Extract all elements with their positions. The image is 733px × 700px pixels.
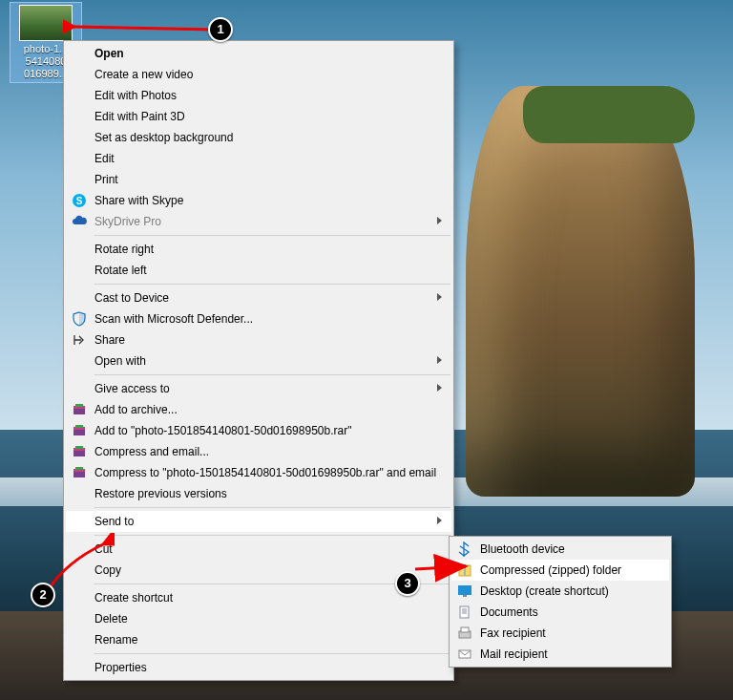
menu-skydrive-pro[interactable]: SkyDrive Pro: [66, 211, 451, 232]
winrar-icon: [72, 423, 87, 438]
winrar-icon: [72, 402, 87, 417]
separator: [94, 535, 450, 536]
menu-set-background[interactable]: Set as desktop background: [66, 127, 451, 148]
menu-open[interactable]: Open: [66, 43, 451, 64]
menu-cast-to-device[interactable]: Cast to Device: [66, 287, 451, 308]
desktop-icon: [457, 583, 472, 599]
menu-rotate-left[interactable]: Rotate left: [66, 260, 451, 281]
menu-send-to[interactable]: Send to: [66, 511, 451, 532]
menu-share[interactable]: Share: [66, 329, 451, 350]
svg-rect-23: [461, 627, 469, 632]
menu-compress-to-named-and-email[interactable]: Compress to "photo-1501854140801-50d0169…: [66, 462, 451, 483]
menu-edit-photos[interactable]: Edit with Photos: [66, 85, 451, 106]
menu-edit[interactable]: Edit: [66, 148, 451, 169]
menu-create-video[interactable]: Create a new video: [66, 64, 451, 85]
file-thumbnail: [19, 5, 73, 41]
mail-icon: [457, 647, 472, 662]
shield-icon: [72, 311, 87, 327]
menu-share-skype[interactable]: S Share with Skype: [66, 190, 451, 211]
skype-icon: S: [72, 193, 87, 208]
fax-icon: [457, 626, 472, 641]
separator: [94, 653, 450, 654]
menu-give-access-to[interactable]: Give access to: [66, 378, 451, 399]
svg-rect-15: [464, 565, 466, 576]
annotation-badge-3: 3: [395, 571, 420, 596]
menu-edit-paint3d[interactable]: Edit with Paint 3D: [66, 106, 451, 127]
chevron-right-icon: [437, 517, 442, 524]
svg-rect-10: [75, 446, 83, 449]
menu-compress-and-email[interactable]: Compress and email...: [66, 441, 451, 462]
separator: [94, 374, 450, 375]
chevron-right-icon: [437, 356, 442, 364]
chevron-right-icon: [437, 384, 442, 392]
menu-rename[interactable]: Rename: [66, 629, 451, 650]
submenu-bluetooth[interactable]: Bluetooth device: [451, 539, 669, 560]
wallpaper-cliff: [466, 86, 695, 497]
menu-restore-previous-versions[interactable]: Restore previous versions: [66, 483, 451, 504]
chevron-right-icon: [437, 293, 442, 301]
svg-rect-16: [458, 585, 471, 595]
menu-add-to-archive[interactable]: Add to archive...: [66, 399, 451, 420]
menu-rotate-right[interactable]: Rotate right: [66, 239, 451, 260]
zip-folder-icon: [457, 562, 472, 578]
annotation-badge-2: 2: [31, 583, 55, 607]
winrar-icon: [72, 465, 87, 480]
submenu-desktop-shortcut[interactable]: Desktop (create shortcut): [451, 581, 669, 602]
svg-rect-13: [75, 467, 83, 470]
submenu-mail-recipient[interactable]: Mail recipient: [451, 644, 669, 665]
separator: [94, 235, 450, 236]
menu-add-to-named-rar[interactable]: Add to "photo-1501854140801-50d01698950b…: [66, 420, 451, 441]
menu-properties[interactable]: Properties: [66, 657, 451, 678]
bluetooth-icon: [457, 541, 472, 557]
separator: [94, 284, 450, 285]
winrar-icon: [72, 444, 87, 459]
menu-open-with[interactable]: Open with: [66, 350, 451, 371]
submenu-fax-recipient[interactable]: Fax recipient: [451, 623, 669, 644]
menu-scan-defender[interactable]: Scan with Microsoft Defender...: [66, 308, 451, 329]
cloud-icon: [72, 214, 87, 229]
sendto-submenu: Bluetooth device Compressed (zipped) fol…: [449, 536, 672, 668]
menu-delete[interactable]: Delete: [66, 608, 451, 629]
menu-cut[interactable]: Cut: [66, 539, 451, 560]
wallpaper-grass: [523, 86, 695, 143]
menu-print[interactable]: Print: [66, 169, 451, 190]
svg-rect-7: [75, 425, 83, 428]
desktop: photo-1... 5414080 016989... Open Create…: [0, 0, 733, 700]
svg-rect-18: [460, 606, 469, 618]
menu-create-shortcut[interactable]: Create shortcut: [66, 587, 451, 608]
menu-copy[interactable]: Copy: [66, 560, 451, 581]
share-icon: [72, 332, 87, 348]
separator: [94, 507, 450, 508]
documents-icon: [457, 605, 472, 620]
submenu-documents[interactable]: Documents: [451, 602, 669, 623]
svg-text:S: S: [76, 196, 83, 206]
annotation-badge-1: 1: [208, 17, 233, 42]
submenu-compressed-folder[interactable]: Compressed (zipped) folder: [451, 560, 669, 581]
svg-rect-17: [463, 595, 467, 597]
svg-rect-4: [75, 404, 83, 407]
chevron-right-icon: [437, 217, 442, 224]
